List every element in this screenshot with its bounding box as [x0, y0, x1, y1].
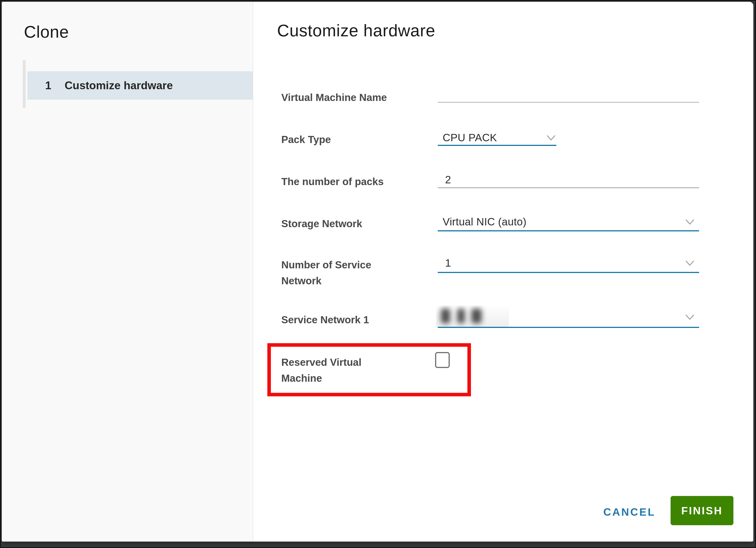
storage-network-select[interactable]	[438, 230, 699, 231]
pack-type-value[interactable]: CPU PACK	[443, 131, 497, 144]
chevron-down-icon[interactable]	[685, 315, 694, 320]
clone-wizard-dialog: Clone 1 Customize hardware Customize har…	[2, 2, 753, 542]
vm-name-label: Virtual Machine Name	[281, 89, 387, 105]
chevron-down-icon[interactable]	[685, 260, 694, 266]
chevron-down-icon[interactable]	[685, 219, 694, 225]
step-label: Customize hardware	[65, 79, 173, 92]
storage-network-value[interactable]: Virtual NIC (auto)	[443, 216, 527, 228]
num-packs-label: The number of packs	[281, 173, 384, 189]
pack-type-label: Pack Type	[281, 131, 331, 147]
wizard-sidebar: Clone 1 Customize hardware	[2, 2, 253, 542]
service-network-1-select[interactable]	[438, 327, 699, 328]
num-packs-input[interactable]	[438, 187, 699, 188]
cancel-button[interactable]: CANCEL	[602, 506, 657, 518]
finish-button[interactable]: FINISH	[671, 496, 733, 525]
storage-network-label: Storage Network	[281, 216, 362, 231]
pack-type-select[interactable]	[438, 145, 556, 146]
step-number: 1	[45, 79, 65, 92]
num-service-network-label: Number of Service Network	[281, 257, 410, 289]
num-service-network-value[interactable]: 1	[445, 257, 451, 269]
page-title: Customize hardware	[277, 21, 435, 40]
vm-name-input[interactable]	[438, 102, 699, 103]
wizard-title: Clone	[24, 22, 69, 41]
service-network-1-label: Service Network 1	[281, 312, 369, 328]
service-network-1-value-redacted[interactable]	[436, 306, 509, 327]
sidebar-step-customize-hardware[interactable]: 1 Customize hardware	[27, 71, 253, 100]
step-track-bar	[23, 60, 26, 108]
reserved-vm-checkbox[interactable]	[435, 352, 450, 368]
chevron-down-icon[interactable]	[547, 135, 555, 141]
reserved-vm-label: Reserved Virtual Machine	[281, 354, 385, 386]
num-service-network-select[interactable]	[438, 272, 699, 273]
num-packs-value[interactable]: 2	[445, 173, 451, 186]
